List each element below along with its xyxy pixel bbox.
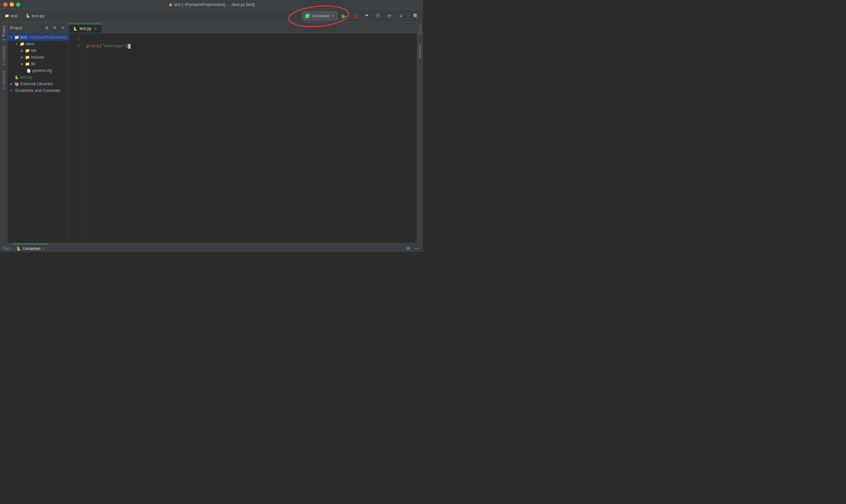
tree-arrow-lib: ▶	[19, 61, 25, 67]
line-number-1: 1	[71, 36, 80, 43]
concurrency-button[interactable]: ⟳	[385, 11, 394, 21]
titlebar-controls	[3, 2, 20, 7]
tree-item-pyvenv[interactable]: 📄 pyvenv.cfg	[7, 67, 69, 74]
tree-arrow-venv: ▼	[14, 41, 19, 47]
tree-path-root: ~/PycharmProjects/test	[28, 35, 66, 39]
panel-collapse-icon[interactable]: ⊞	[43, 25, 50, 31]
build-button[interactable]: ≡	[396, 11, 405, 21]
scratch-icon: ✏	[8, 88, 14, 93]
tab-close-button[interactable]: ✕	[93, 26, 98, 31]
tree-arrow-bin: ▶	[19, 48, 25, 53]
right-strip: Database	[417, 23, 423, 243]
scrollbar-thumb[interactable]	[419, 24, 421, 34]
debug-button[interactable]: 🐞	[351, 11, 360, 21]
left-sidebar-strip: 1: Project 2: Favorites 3: Structure	[0, 23, 7, 243]
project-breadcrumb[interactable]: 📁 test	[3, 13, 20, 19]
tree-label-bin: bin	[31, 48, 37, 53]
profile-button[interactable]: ⏱	[373, 11, 383, 21]
search-everywhere-button[interactable]: 🔍	[411, 11, 420, 21]
tree-item-venv[interactable]: ▼ 📁 venv	[7, 41, 69, 47]
string-value: "message"	[102, 43, 125, 50]
tree-label-scratches: Scratches and Consoles	[15, 88, 60, 93]
code-line-1	[86, 36, 413, 43]
run-config-icon: ⚡	[305, 14, 310, 18]
tree-item-include[interactable]: ▶ 📁 include	[7, 54, 69, 60]
tree-label-testpy: test.py	[20, 75, 33, 79]
folder-icon-lib: 📁	[25, 61, 30, 67]
sidebar-item-favorites[interactable]: 2: Favorites	[1, 43, 6, 68]
folder-icon: 📁	[14, 35, 19, 40]
run-config-dropdown-icon: ▼	[331, 14, 334, 18]
editor-area: 🐍 test.py ✕ 1 2 print("message")	[69, 23, 417, 243]
main-layout: 1: Project 2: Favorites 3: Structure Pro…	[0, 23, 423, 243]
run-tab-unnamed[interactable]: 🐍 Unnamed ✕	[14, 244, 48, 252]
tree-label-extlibs: External Libraries	[20, 82, 53, 86]
keyword-print: print	[86, 43, 99, 50]
close-button[interactable]	[3, 2, 8, 7]
folder-icon-bin: 📁	[25, 48, 30, 53]
sidebar-item-project[interactable]: 1: Project	[1, 23, 6, 43]
project-panel: Project ⊞ ⚙ ✕ ▼ 📁 test ~/PycharmProjects…	[7, 23, 69, 243]
tree-item-root[interactable]: ▼ 📁 test ~/PycharmProjects/test	[7, 34, 69, 41]
folder-icon-include: 📁	[25, 55, 30, 60]
breadcrumb-separator: ›	[21, 13, 22, 18]
run-settings-icon[interactable]: ⚙	[404, 245, 412, 252]
lib-icon-extlibs: 📚	[14, 81, 19, 87]
tree-item-testpy[interactable]: 🐍 test.py	[7, 74, 69, 80]
toolbar-right: ⚡ Unnamed ▼ ▶ 🐞 ☂ ⏱ ⟳ ≡ 🔍	[302, 11, 420, 21]
run-panel-header-icons: ⚙ —	[404, 245, 420, 252]
run-config-selector[interactable]: ⚡ Unnamed ▼	[302, 11, 337, 21]
line-numbers: 1 2	[69, 33, 82, 243]
run-config-name: Unnamed	[312, 14, 329, 18]
toolbar: 📁 test › 🐍 test.py ⚡ Unnamed ▼ ▶ 🐞 ☂ ⏱ ⟳…	[0, 9, 423, 23]
run-button[interactable]: ▶	[339, 11, 349, 21]
code-line-2: print("message")	[86, 43, 413, 50]
paren-open: (	[99, 43, 102, 50]
code-editor: 1 2 print("message")	[69, 33, 417, 243]
file-breadcrumb[interactable]: 🐍 test.py	[24, 13, 46, 19]
project-panel-title: Project	[10, 25, 41, 30]
code-content[interactable]: print("message")	[82, 33, 417, 243]
panel-header-icons: ⊞ ⚙ ✕	[43, 25, 66, 31]
maximize-button[interactable]	[16, 2, 20, 7]
tree-arrow-root: ▼	[8, 35, 14, 40]
titlebar: 🔒 test [~/PycharmProjects/test] - .../te…	[0, 0, 423, 9]
tree-arrow-include: ▶	[19, 55, 25, 60]
panel-close-icon[interactable]: ✕	[59, 25, 66, 31]
sidebar-item-structure[interactable]: 3: Structure	[1, 68, 6, 92]
run-tab-name: Unnamed	[23, 246, 40, 251]
run-close-icon[interactable]: —	[413, 245, 420, 252]
tree-arrow-extlibs: ▶	[8, 81, 14, 87]
toolbar-left: 📁 test › 🐍 test.py	[3, 13, 301, 19]
run-panel-header: Run: 🐍 Unnamed ✕ ⚙ —	[0, 243, 423, 252]
cfg-icon-pyvenv: 📄	[26, 68, 31, 73]
py-icon-testpy: 🐍	[14, 75, 19, 80]
tree-label-pyvenv: pyvenv.cfg	[32, 68, 52, 73]
tree-item-lib[interactable]: ▶ 📁 lib	[7, 60, 69, 67]
window-title: 🔒 test [~/PycharmProjects/test] - .../te…	[169, 2, 255, 7]
run-tab-close-icon[interactable]: ✕	[42, 246, 45, 251]
tab-label: test.py	[80, 26, 91, 31]
tab-py-icon: 🐍	[73, 26, 77, 31]
run-panel: Run: 🐍 Unnamed ✕ ⚙ — ▶ ▲ ■ ▼ ⏸ ↩ ⊞ 🖨 📌 🗑…	[0, 243, 423, 252]
editor-tabs: 🐍 test.py ✕	[69, 23, 417, 33]
database-label[interactable]: Database	[418, 41, 423, 61]
tree-label-lib: lib	[31, 61, 35, 66]
text-cursor	[128, 44, 130, 49]
lock-icon: 🔒	[169, 3, 173, 6]
tree-item-extlibs[interactable]: ▶ 📚 External Libraries	[7, 80, 69, 87]
tab-testpy[interactable]: 🐍 test.py ✕	[69, 24, 102, 33]
tree-item-scratches[interactable]: ✏ Scratches and Consoles	[7, 87, 69, 94]
tree-label-root: test	[20, 35, 27, 40]
panel-settings-icon[interactable]: ⚙	[51, 25, 58, 31]
run-label: Run:	[3, 246, 11, 251]
minimize-button[interactable]	[10, 2, 14, 7]
tree-item-bin[interactable]: ▶ 📁 bin	[7, 47, 69, 54]
coverage-button[interactable]: ☂	[362, 11, 371, 21]
project-panel-header: Project ⊞ ⚙ ✕	[7, 23, 69, 33]
file-tree: ▼ 📁 test ~/PycharmProjects/test ▼ 📁 venv…	[7, 33, 69, 243]
run-tab-icon: 🐍	[16, 246, 21, 251]
tree-label-include: include	[31, 55, 44, 59]
tree-label-venv: venv	[25, 42, 34, 46]
folder-icon-venv: 📁	[19, 41, 25, 47]
